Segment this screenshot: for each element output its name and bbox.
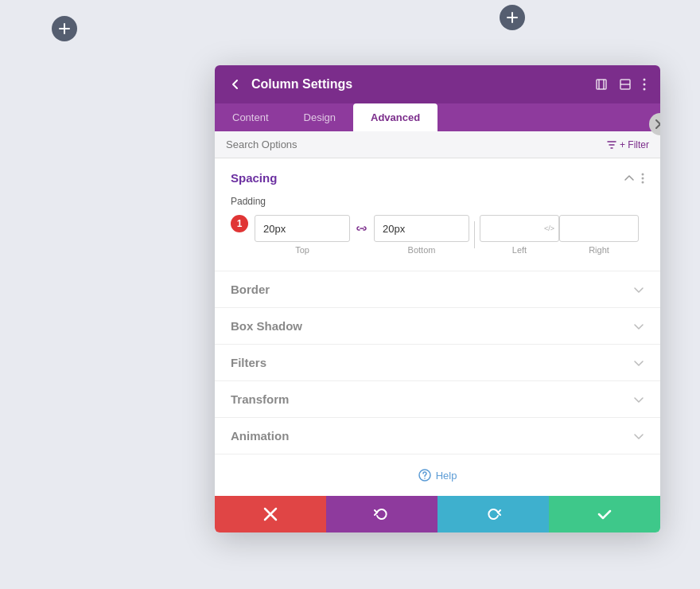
animation-section-header[interactable]: Animation bbox=[215, 418, 660, 454]
section-border: Border bbox=[215, 271, 660, 308]
filter-button[interactable]: + Filter bbox=[607, 139, 649, 150]
filters-title: Filters bbox=[231, 356, 266, 369]
tab-design[interactable]: Design bbox=[286, 103, 353, 131]
add-button-top-right[interactable] bbox=[500, 5, 525, 30]
modal-header-left: Column Settings bbox=[228, 76, 352, 92]
section-spacing: Spacing Padding 1 bbox=[215, 158, 660, 271]
column-settings-modal: Column Settings bbox=[215, 65, 660, 532]
chevron-down-icon-box-shadow bbox=[633, 321, 644, 332]
section-transform: Transform bbox=[215, 381, 660, 418]
tab-content[interactable]: Content bbox=[215, 103, 286, 131]
svg-point-9 bbox=[424, 478, 426, 479]
top-label: Top bbox=[295, 245, 309, 255]
chevron-down-icon-transform bbox=[633, 394, 644, 405]
field-group-left: </> Left bbox=[480, 215, 559, 255]
chevron-down-icon-border bbox=[633, 284, 644, 295]
padding-row: 1 Top bbox=[231, 215, 644, 255]
search-input[interactable] bbox=[226, 138, 385, 150]
modal-content: Spacing Padding 1 bbox=[215, 158, 660, 496]
spacing-icons bbox=[624, 173, 644, 184]
padding-label: Padding bbox=[231, 196, 644, 207]
svg-point-6 bbox=[642, 177, 644, 179]
redo-icon bbox=[485, 506, 501, 522]
field-group-bottom: Bottom bbox=[374, 215, 469, 255]
border-section-header[interactable]: Border bbox=[215, 271, 660, 307]
expand-icon-button[interactable] bbox=[593, 76, 609, 92]
save-button[interactable] bbox=[549, 496, 660, 532]
cancel-button[interactable] bbox=[215, 496, 326, 532]
box-shadow-title: Box Shadow bbox=[231, 319, 302, 333]
section-animation: Animation bbox=[215, 418, 660, 454]
filters-section-header[interactable]: Filters bbox=[215, 345, 660, 380]
header-icons bbox=[593, 76, 648, 92]
code-icon: </> bbox=[544, 224, 554, 232]
chevron-down-icon-filters bbox=[633, 357, 644, 369]
field-group-right: Right bbox=[559, 215, 639, 255]
undo-icon bbox=[374, 506, 390, 522]
modal-header: Column Settings bbox=[215, 65, 660, 103]
spacing-content: Padding 1 Top bbox=[215, 196, 660, 271]
padding-bottom-input[interactable] bbox=[374, 215, 469, 242]
svg-point-7 bbox=[642, 181, 644, 183]
split-icon-button[interactable] bbox=[617, 76, 633, 92]
help-row[interactable]: Help bbox=[215, 454, 660, 496]
border-title: Border bbox=[231, 283, 270, 296]
search-bar: + Filter bbox=[215, 131, 660, 158]
section-filters: Filters bbox=[215, 345, 660, 381]
svg-point-3 bbox=[644, 84, 646, 86]
help-label: Help bbox=[436, 470, 457, 482]
transform-title: Transform bbox=[231, 392, 289, 406]
chevron-down-icon-animation bbox=[633, 431, 644, 442]
modal-title: Column Settings bbox=[251, 77, 352, 92]
svg-point-2 bbox=[644, 79, 646, 81]
cancel-icon bbox=[263, 507, 278, 521]
svg-point-4 bbox=[644, 88, 646, 91]
modal-footer bbox=[215, 496, 660, 532]
back-button[interactable] bbox=[228, 76, 243, 92]
undo-button[interactable] bbox=[326, 496, 438, 532]
bottom-label: Bottom bbox=[408, 245, 436, 255]
svg-point-5 bbox=[642, 173, 644, 175]
redo-button[interactable] bbox=[438, 496, 549, 532]
add-button-top-left[interactable] bbox=[52, 16, 77, 41]
save-icon bbox=[597, 506, 612, 522]
filter-label: + Filter bbox=[620, 139, 649, 150]
spacing-title: Spacing bbox=[231, 171, 277, 185]
spacing-section-header[interactable]: Spacing bbox=[215, 158, 660, 196]
chevron-up-icon bbox=[624, 173, 635, 184]
help-icon bbox=[418, 469, 431, 482]
animation-title: Animation bbox=[231, 429, 289, 443]
section-box-shadow: Box Shadow bbox=[215, 308, 660, 345]
box-shadow-section-header[interactable]: Box Shadow bbox=[215, 308, 660, 344]
padding-top-input[interactable] bbox=[255, 215, 350, 242]
transform-section-header[interactable]: Transform bbox=[215, 381, 660, 417]
left-label: Left bbox=[512, 245, 527, 255]
divider bbox=[474, 221, 475, 248]
more-vertical-icon[interactable] bbox=[641, 173, 644, 184]
modal-tabs: Content Design Advanced bbox=[215, 103, 660, 131]
left-input-wrap: </> bbox=[480, 215, 559, 242]
padding-right-input[interactable] bbox=[559, 215, 639, 242]
right-label: Right bbox=[589, 245, 609, 255]
tab-advanced[interactable]: Advanced bbox=[353, 103, 438, 131]
number-badge: 1 bbox=[231, 215, 248, 232]
more-icon-button[interactable] bbox=[641, 76, 648, 92]
link-top-bottom-icon[interactable] bbox=[350, 215, 374, 242]
svg-rect-0 bbox=[597, 80, 606, 89]
field-group-top: Top bbox=[255, 215, 350, 255]
